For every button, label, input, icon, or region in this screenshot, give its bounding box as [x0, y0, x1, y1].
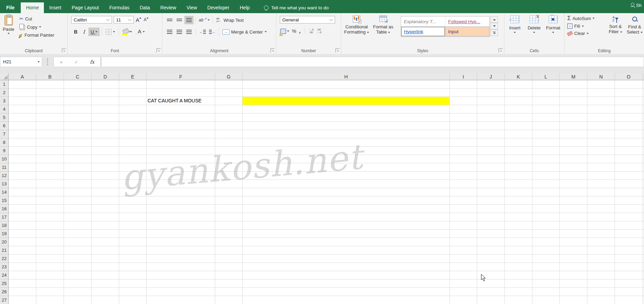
cell-L22[interactable]: [532, 255, 560, 263]
cell-D4[interactable]: [92, 105, 119, 113]
format-as-table-button[interactable]: Format as Table: [371, 13, 395, 35]
cell-L12[interactable]: [532, 172, 560, 180]
cell-C27[interactable]: [64, 296, 92, 304]
cell-M9[interactable]: [560, 147, 587, 155]
cell-M24[interactable]: [560, 271, 587, 279]
cell-N6[interactable]: [587, 122, 615, 130]
cell-B7[interactable]: [36, 130, 64, 138]
cell-J22[interactable]: [477, 255, 505, 263]
cell-D18[interactable]: [92, 221, 119, 230]
row-header-27[interactable]: 27: [0, 296, 9, 304]
cell-O18[interactable]: [615, 221, 643, 230]
select-all-corner[interactable]: [0, 73, 9, 80]
cell-A13[interactable]: [9, 180, 36, 188]
cell-G22[interactable]: [215, 255, 243, 263]
cell-E10[interactable]: [119, 155, 146, 163]
cell-L9[interactable]: [532, 147, 560, 155]
cell-E4[interactable]: [119, 105, 146, 113]
cell-K15[interactable]: [505, 196, 532, 205]
cell-I15[interactable]: [450, 196, 477, 205]
cell-A27[interactable]: [9, 296, 36, 304]
cell-D17[interactable]: [92, 213, 119, 221]
cell-G26[interactable]: [215, 288, 243, 296]
cell-E16[interactable]: [119, 205, 146, 213]
fill-color-button[interactable]: [121, 28, 134, 36]
cell-K6[interactable]: [505, 122, 532, 130]
cell-M5[interactable]: [560, 113, 587, 122]
cell-F17[interactable]: [146, 213, 215, 221]
cell-L25[interactable]: [532, 279, 560, 288]
cell-M18[interactable]: [560, 221, 587, 230]
cell-H7[interactable]: [243, 130, 450, 138]
cell-N9[interactable]: [587, 147, 615, 155]
cell-D19[interactable]: [92, 230, 119, 238]
cell-F11[interactable]: [146, 163, 215, 172]
clear-caret[interactable]: [587, 33, 589, 34]
cell-I18[interactable]: [450, 221, 477, 230]
font-dialog-launcher[interactable]: [157, 48, 161, 53]
cell-F18[interactable]: [146, 221, 215, 230]
cell-B24[interactable]: [36, 271, 64, 279]
cell-A18[interactable]: [9, 221, 36, 230]
increase-indent-button[interactable]: →: [208, 28, 217, 36]
gallery-scroll-down-button[interactable]: [491, 23, 498, 29]
cell-D14[interactable]: [92, 188, 119, 196]
cell-M2[interactable]: [560, 89, 587, 97]
cell-F8[interactable]: [146, 138, 215, 147]
cell-J12[interactable]: [477, 172, 505, 180]
cell-D21[interactable]: [92, 246, 119, 255]
shrink-font-button[interactable]: A: [143, 17, 149, 22]
cell-G14[interactable]: [215, 188, 243, 196]
font-family-combo[interactable]: Calibri: [71, 16, 112, 24]
cell-L1[interactable]: [532, 80, 560, 89]
cell-O20[interactable]: [615, 238, 643, 246]
cell-H25[interactable]: [243, 279, 450, 288]
borders-button[interactable]: [104, 28, 116, 36]
style-followed-hyperlink[interactable]: Followed Hyp...: [445, 17, 490, 27]
cell-J10[interactable]: [477, 155, 505, 163]
row-header-16[interactable]: 16: [0, 205, 9, 213]
cell-I10[interactable]: [450, 155, 477, 163]
cell-K11[interactable]: [505, 163, 532, 172]
row-header-24[interactable]: 24: [0, 271, 9, 279]
cell-E5[interactable]: [119, 113, 146, 122]
cell-C7[interactable]: [64, 130, 92, 138]
cell-M11[interactable]: [560, 163, 587, 172]
cell-O23[interactable]: [615, 263, 643, 271]
column-header-L[interactable]: L: [532, 73, 560, 80]
italic-button[interactable]: I: [80, 28, 88, 36]
row-header-2[interactable]: 2: [0, 89, 9, 97]
cell-B26[interactable]: [36, 288, 64, 296]
row-header-6[interactable]: 6: [0, 122, 9, 130]
cell-J11[interactable]: [477, 163, 505, 172]
cell-M10[interactable]: [560, 155, 587, 163]
fill-caret[interactable]: [582, 26, 584, 27]
cell-F22[interactable]: [146, 255, 215, 263]
comma-style-button[interactable]: ,: [299, 28, 301, 35]
cell-B19[interactable]: [36, 230, 64, 238]
tab-file[interactable]: File: [0, 2, 21, 13]
cell-C5[interactable]: [64, 113, 92, 122]
cell-A10[interactable]: [9, 155, 36, 163]
cell-C17[interactable]: [64, 213, 92, 221]
cell-B2[interactable]: [36, 89, 64, 97]
cell-F23[interactable]: [146, 263, 215, 271]
cell-G3[interactable]: [215, 97, 243, 105]
percent-style-button[interactable]: %: [292, 28, 296, 34]
cell-A8[interactable]: [9, 138, 36, 147]
cell-J19[interactable]: [477, 230, 505, 238]
tab-formulas[interactable]: Formulas: [104, 2, 134, 13]
cell-H6[interactable]: [243, 122, 450, 130]
cell-C13[interactable]: [64, 180, 92, 188]
cell-N17[interactable]: [587, 213, 615, 221]
cell-I22[interactable]: [450, 255, 477, 263]
cell-D27[interactable]: [92, 296, 119, 304]
cell-A25[interactable]: [9, 279, 36, 288]
sort-filter-button[interactable]: AZ Sort & Filter: [609, 16, 622, 34]
cell-D24[interactable]: [92, 271, 119, 279]
cell-H17[interactable]: [243, 213, 450, 221]
cell-O13[interactable]: [615, 180, 643, 188]
cell-I13[interactable]: [450, 180, 477, 188]
cell-K18[interactable]: [505, 221, 532, 230]
cell-L16[interactable]: [532, 205, 560, 213]
